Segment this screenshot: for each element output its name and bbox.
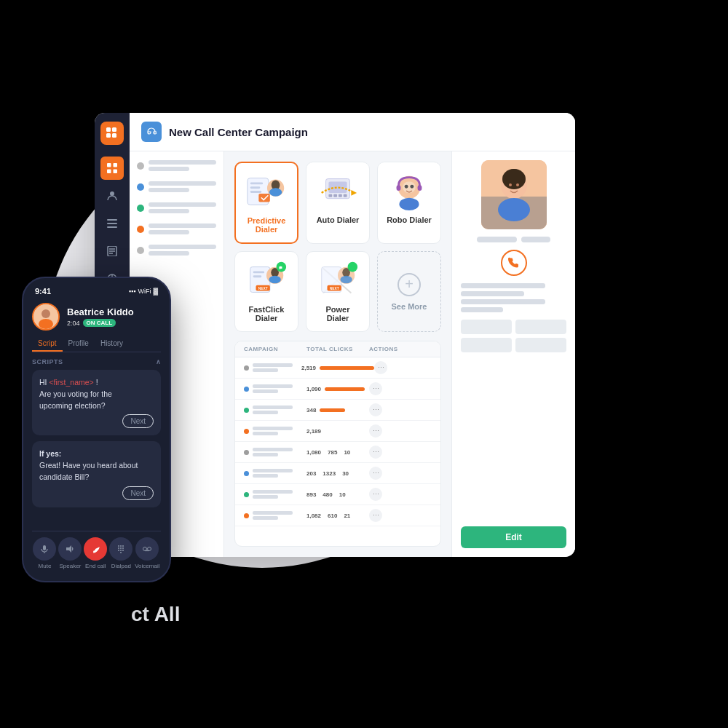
campaign-table: CAMPAIGN TOTAL CLICKS ACTIONS [234, 341, 441, 547]
sidebar-item-users[interactable] [100, 184, 124, 207]
list-dot-5 [137, 247, 144, 254]
row-lines [253, 427, 293, 435]
tab-script[interactable]: Script [32, 336, 63, 352]
svg-point-66 [505, 169, 523, 183]
speaker-label: Speaker [60, 563, 82, 569]
power-dialer-card[interactable]: NEXT Power Dialer [306, 251, 370, 332]
phone-circle[interactable] [501, 250, 527, 276]
svg-rect-6 [107, 170, 111, 174]
svg-point-61 [348, 262, 358, 272]
svg-point-67 [498, 198, 530, 221]
voicemail-svg-icon [143, 545, 151, 553]
row-lines [253, 363, 293, 372]
main-area: New Call Center Campaign [130, 113, 575, 557]
robo-dialer-image [387, 171, 431, 211]
action-menu[interactable]: ⋯ [374, 361, 387, 374]
speaker-button[interactable]: Speaker [58, 537, 82, 569]
list-dot-4 [137, 226, 144, 233]
row-line [253, 405, 293, 409]
row-dot [244, 492, 249, 497]
profile-name-lines [461, 237, 566, 242]
robo-dialer-label: Robo Dialer [387, 215, 432, 224]
right-panel: Edit [451, 151, 575, 557]
info-line [461, 307, 503, 312]
table-cell-clicks: 2,189 [306, 428, 369, 435]
sidebar-item-grid[interactable] [100, 157, 124, 180]
list-lines-5 [149, 245, 216, 256]
tab-history[interactable]: History [95, 336, 129, 352]
sidebar-item-list[interactable] [100, 212, 124, 235]
see-more-card[interactable]: + See More [377, 251, 441, 332]
voicemail-button[interactable]: Voicemail [135, 537, 159, 569]
tab-profile[interactable]: Profile [63, 336, 95, 352]
table-row: 203 1323 30 ⋯ [235, 463, 440, 484]
svg-rect-38 [403, 181, 415, 192]
predictive-dialer-card[interactable]: Predictive Dialer [234, 162, 298, 244]
right-buttons [461, 320, 566, 352]
predictive-dialer-image [245, 172, 288, 212]
row-line-short [253, 474, 278, 478]
svg-rect-11 [107, 226, 117, 228]
svg-marker-75 [66, 545, 71, 553]
action-menu[interactable]: ⋯ [369, 424, 382, 438]
auto-dialer-card[interactable]: Auto Dialer [306, 162, 370, 244]
action-menu[interactable]: ⋯ [369, 467, 382, 480]
table-cell-clicks: 348 [306, 407, 369, 414]
fastclick-dialer-card[interactable]: NEXT FastClick Dialer [234, 251, 298, 332]
action-menu[interactable]: ⋯ [369, 403, 382, 416]
caller-avatar [32, 303, 60, 331]
row-lines [253, 448, 293, 456]
caller-status: 2:04 ON CALL [67, 319, 134, 327]
table-cell-clicks: 1,082 610 21 [306, 513, 369, 519]
action-menu[interactable]: ⋯ [369, 382, 382, 395]
edit-button[interactable]: Edit [461, 526, 566, 548]
svg-point-84 [122, 550, 124, 551]
phone-icon [508, 257, 520, 269]
svg-point-83 [120, 550, 122, 551]
dialpad-button[interactable]: Dialpad [109, 537, 132, 569]
table-cell-campaign [244, 511, 306, 520]
table-cell-clicks: 2,519 [301, 365, 374, 371]
table-row: 2,189 ⋯ [235, 421, 440, 442]
right-btn-2[interactable] [515, 320, 566, 334]
svg-rect-35 [344, 194, 347, 197]
right-btn-4[interactable] [515, 338, 566, 352]
right-btn-1[interactable] [461, 320, 512, 334]
action-menu[interactable]: ⋯ [369, 509, 382, 522]
click-count: 203 [306, 470, 316, 477]
headphones-icon [146, 127, 157, 137]
next-button-1[interactable]: Next [122, 414, 154, 428]
svg-point-58 [340, 276, 352, 284]
row-line-short [253, 495, 278, 499]
predictive-dialer-icon [245, 172, 288, 212]
next-button-2[interactable]: Next [122, 486, 154, 500]
mute-button[interactable]: Mute [33, 537, 56, 569]
action-menu[interactable]: ⋯ [369, 488, 382, 501]
phone-status-icons: ▪▪▪ WiFi ▓ [129, 288, 158, 295]
row-lines [253, 405, 293, 414]
svg-rect-46 [253, 275, 262, 277]
end-call-button[interactable]: End call [84, 537, 107, 569]
auto-dialer-icon [316, 171, 360, 211]
caller-name: Beatrice Kiddo [67, 306, 134, 317]
svg-point-80 [120, 547, 122, 549]
app-logo[interactable] [100, 122, 124, 145]
scripts-collapse-icon[interactable]: ∧ [156, 358, 162, 365]
app-header: New Call Center Campaign [130, 113, 575, 151]
click-count-3: 21 [344, 513, 350, 519]
signal-icon: ▪▪▪ [129, 288, 136, 295]
robo-dialer-card[interactable]: Robo Dialer [377, 162, 441, 244]
list-line-short [149, 230, 189, 234]
svg-rect-1 [112, 127, 116, 132]
right-btn-3[interactable] [461, 338, 512, 352]
list-lines-4 [149, 223, 216, 234]
list-item [137, 245, 216, 256]
table-cell-campaign [244, 363, 301, 372]
list-dot-1 [137, 162, 144, 170]
row-line [253, 427, 293, 430]
click-count: 893 [306, 491, 316, 498]
svg-rect-9 [107, 219, 117, 221]
row-dot [244, 429, 249, 434]
action-menu[interactable]: ⋯ [369, 446, 382, 459]
sidebar-item-contacts[interactable] [100, 240, 124, 263]
